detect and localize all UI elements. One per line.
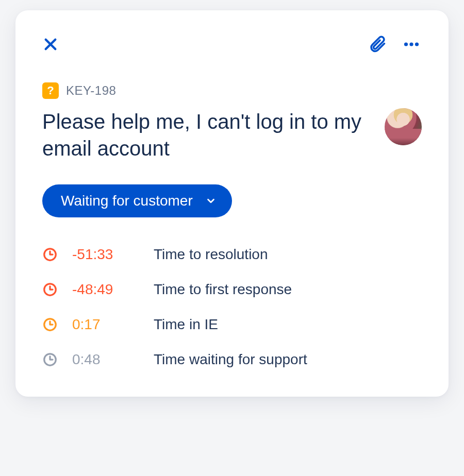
status-dropdown[interactable]: Waiting for customer (42, 184, 232, 217)
issue-card: ? KEY-198 Please help me, I can't log in… (15, 10, 449, 397)
clock-icon (42, 247, 63, 262)
sla-list: -51:33 Time to resolution -48:49 Time to… (42, 246, 422, 368)
issue-key[interactable]: KEY-198 (66, 83, 116, 98)
sla-label: Time to resolution (154, 246, 422, 263)
sla-value: -48:49 (72, 281, 144, 298)
issue-meta: ? KEY-198 (42, 82, 422, 99)
close-button[interactable] (42, 36, 59, 53)
paperclip-icon (368, 35, 387, 54)
more-actions-button[interactable] (401, 35, 422, 54)
sla-row-waiting-support: 0:48 Time waiting for support (42, 351, 422, 368)
issue-title: Please help me, I can't log in to my ema… (42, 108, 372, 162)
status-label: Waiting for customer (61, 193, 193, 209)
svg-point-2 (404, 42, 408, 46)
reporter-avatar[interactable] (385, 108, 422, 145)
sla-row-resolution: -51:33 Time to resolution (42, 246, 422, 263)
issue-type-badge: ? (42, 82, 59, 99)
clock-icon (42, 317, 63, 332)
question-icon: ? (47, 84, 54, 97)
clock-icon (42, 282, 63, 297)
sla-row-in-ie: 0:17 Time in IE (42, 316, 422, 333)
clock-icon (42, 352, 63, 367)
sla-value: 0:48 (72, 351, 144, 368)
more-icon (401, 35, 422, 54)
sla-value: 0:17 (72, 316, 144, 333)
title-row: Please help me, I can't log in to my ema… (42, 108, 422, 162)
sla-value: -51:33 (72, 246, 144, 263)
close-icon (42, 36, 59, 53)
attach-button[interactable] (368, 35, 387, 54)
chevron-down-icon (205, 195, 217, 207)
svg-point-3 (409, 42, 413, 46)
sla-label: Time waiting for support (154, 351, 422, 368)
header-actions (368, 35, 422, 54)
sla-row-first-response: -48:49 Time to first response (42, 281, 422, 298)
svg-point-4 (415, 42, 419, 46)
sla-label: Time to first response (154, 281, 422, 298)
sla-label: Time in IE (154, 316, 422, 333)
card-header (42, 35, 422, 54)
